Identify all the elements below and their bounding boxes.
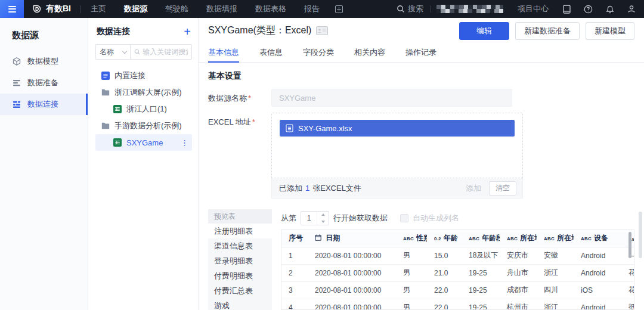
grid-cell: 2 [281,264,308,281]
grid-row[interactable]: 12020-08-01 00:00:00男15.018及以下安庆市安徽Andro… [281,247,634,264]
page-title: SXYGame(类型：Excel) [208,24,311,37]
sidebar-item-data-prep[interactable]: 数据准备 [0,72,88,94]
sidebar-title: 数据源 [0,25,88,51]
sidebar-item-data-connection[interactable]: 数据连接 [0,94,88,115]
grid-cell: Android [574,264,621,281]
new-data-prep-button[interactable]: 新建数据准备 [515,22,580,40]
grid-cell: 男 [396,299,427,310]
tree-item-folder[interactable]: 手游数据分析(示例) [95,117,192,134]
tree-item-excel-selected[interactable]: SXYGame ⋮ [95,134,192,151]
more-actions-icon[interactable]: ⋮ [181,138,188,147]
tab-table-info[interactable]: 表信息 [259,44,283,63]
grid-header-row: 序号 日期ABC性别0.2年龄ABC年龄段ABC所在地市ABC所在地省ABC设备… [281,230,634,247]
connections-panel-title: 数据连接 [97,26,130,37]
grid-cell: 男 [396,281,427,299]
device-icon[interactable] [563,5,571,14]
excel-file-icon [113,105,122,113]
grid-cell: 22.0 [427,299,462,310]
preview-table-item[interactable]: 付费明细表 [208,268,272,283]
tab-related-content[interactable]: 相关内容 [354,44,385,63]
grid-cell: 18及以下 [462,247,500,264]
add-file-button[interactable]: 添加 [466,183,481,194]
nav-item-5[interactable]: 报告 [304,4,320,14]
nav-item-4[interactable]: 数据表格 [255,4,286,14]
file-footer: 已添加1张EXCEL文件 添加 清空 [271,178,523,199]
grid-cell: 22.0 [427,281,462,299]
grid-row[interactable]: 22020-08-01 00:00:00男21.019-25舟山市浙江Andro… [281,264,634,281]
grid-cell: iOS [574,281,621,299]
id-card-icon[interactable] [316,26,328,35]
tree-item-folder[interactable]: 浙江调解大屏(示例) [95,84,192,101]
auto-colname-checkbox[interactable] [400,214,408,222]
edit-button[interactable]: 编辑 [459,22,509,40]
excel-file-dropzone[interactable]: SXY-Game.xlsx [271,113,523,178]
menu-toggle-button[interactable] [0,0,24,18]
connections-tree: 内置连接 浙江调解大屏(示例) 浙江人口(1) 手游数据分析(示例) SXYGa… [95,67,192,151]
grid-cell: 安徽 [537,247,574,264]
app-logo[interactable]: 有数BI [24,4,77,14]
topbar: 有数BI 主页数据源驾驶舱数据填报数据表格报告 搜索 项目中心 [0,0,644,18]
grid-scrollbar[interactable] [628,232,631,258]
preview-table-item[interactable]: 注册明细表 [208,224,272,238]
section-title: 基本设置 [208,71,634,82]
divider [431,5,431,13]
connections-panel: 数据连接 + 名称 内置连接 浙 [88,18,199,310]
user-avatar-icon[interactable] [627,5,636,13]
preview-table-item[interactable]: 渠道信息表 [208,238,272,253]
main-area: SXYGame(类型：Excel) 编辑 新建数据准备 新建模型 基本信息 表信… [199,18,644,310]
nav-item-0[interactable]: 主页 [91,4,106,14]
row-start-stepper[interactable] [301,211,329,225]
grid-cell: 2020-08-01 00:00:00 [308,281,396,299]
tab-operation-log[interactable]: 操作记录 [405,44,436,63]
nav-item-1[interactable]: 数据源 [124,4,147,14]
add-connection-button[interactable]: + [184,27,191,36]
grid-col-年龄: 0.2年龄 [427,230,462,247]
clear-files-button[interactable]: 清空 [489,181,516,196]
stepper-up-icon[interactable] [317,212,329,218]
grid-cell: 19-25 [462,264,500,281]
logo-text: 有数BI [46,4,71,14]
folder-icon [101,122,110,129]
tree-item-excel[interactable]: 浙江人口(1) [95,101,192,117]
page-scrollbar[interactable] [639,212,642,258]
tree-search[interactable] [130,44,192,60]
name-filter-select[interactable]: 名称 [95,44,130,60]
search-label: 搜索 [408,4,423,14]
row-start-controls: 从第 行开始获取数据 自动生成列名 [281,209,634,227]
stepper-down-icon[interactable] [317,218,329,225]
type-badge: ABC [507,236,518,241]
new-model-button[interactable]: 新建模型 [586,22,634,40]
grid-cell: 19-25 [462,299,500,310]
grid-col-设备: ABC设备 [574,230,621,247]
grid-row[interactable]: 42020-08-01 00:00:00男22.019-25杭州市浙江Andro… [281,299,634,310]
grid-cell: 花 [621,264,634,281]
preview-table-item[interactable]: 游戏 [208,298,272,310]
help-icon[interactable] [584,5,593,14]
preview-table-item[interactable]: 登录明细表 [208,253,272,268]
project-center-link[interactable]: 项目中心 [518,4,549,14]
tree-search-input[interactable] [143,48,188,56]
topbar-nav: 主页数据源驾驶舱数据填报数据表格报告 [91,4,320,14]
plus-square-icon[interactable] [335,5,343,13]
tab-field-category[interactable]: 字段分类 [303,44,334,63]
nav-item-3[interactable]: 数据填报 [206,4,237,14]
preview-table-item[interactable]: 付费汇总表 [208,283,272,298]
grid-row[interactable]: 32020-08-01 00:00:00男22.019-25成都市四川iOS花 [281,281,634,299]
nav-item-2[interactable]: 驾驶舱 [165,4,188,14]
grid-cell: 浙江 [537,299,574,310]
grid-cell: 15.0 [427,247,462,264]
excel-path-label: EXCEL 地址* [208,113,271,199]
tree-item-builtin[interactable]: 内置连接 [95,67,192,84]
excel-file-item[interactable]: SXY-Game.xlsx [280,120,515,137]
tab-basic-info[interactable]: 基本信息 [208,44,239,63]
global-search[interactable]: 搜索 [397,4,423,14]
grid-cell: 抵 [621,299,634,310]
datasource-name-label: 数据源名称* [208,89,271,107]
notifications-bell-icon[interactable] [606,5,614,14]
grid-col-性别: ABC性别 [396,230,427,247]
file-count: 1 [305,184,309,193]
data-model-icon [12,57,21,66]
grid-col-extra: ABC [621,230,634,247]
sidebar-item-data-model[interactable]: 数据模型 [0,51,88,72]
row-start-input[interactable] [301,212,317,225]
